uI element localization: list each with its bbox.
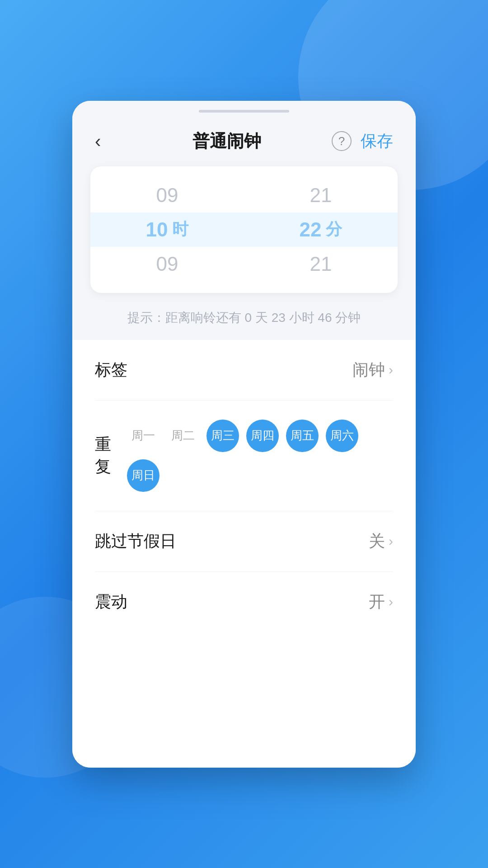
label-setting-item[interactable]: 标签 闹钟 › [95,340,393,401]
phone-card: ‹ 普通闹钟 ? 保存 09 10 时 09 [72,101,416,768]
minute-above: 21 [310,178,332,212]
save-button[interactable]: 保存 [361,130,393,152]
label-setting-label: 标签 [95,359,127,381]
time-picker[interactable]: 09 10 时 09 21 22 分 [90,175,398,284]
label-setting-value: 闹钟 › [352,359,393,381]
vibrate-setting-item[interactable]: 震动 开 › [95,572,393,632]
vibrate-chevron-icon: › [389,594,393,609]
day-pill-1[interactable]: 周二 [167,420,199,452]
holiday-chevron-icon: › [389,533,393,549]
holiday-setting-value: 关 › [369,530,393,552]
vibrate-setting-value: 开 › [369,591,393,613]
vibrate-setting-label: 震动 [95,591,127,613]
holiday-setting-label: 跳过节假日 [95,530,176,552]
minute-column[interactable]: 21 22 分 21 [244,175,398,284]
hour-column[interactable]: 09 10 时 09 [90,175,244,284]
settings-list: 标签 闹钟 › 重复 周一周二周三周四周五周六周日 跳过节假日 关 › 震动 开 [72,340,416,632]
back-button[interactable]: ‹ [95,131,122,151]
repeat-setting-item[interactable]: 重复 周一周二周三周四周五周六周日 [95,401,393,511]
hint-text: 提示：距离响铃还有 0 天 23 小时 46 分钟 [72,293,416,340]
phone-handle [72,101,416,119]
day-pill-0[interactable]: 周一 [127,420,160,452]
hour-below: 09 [156,247,178,281]
bottom-space [72,632,416,768]
repeat-days[interactable]: 周一周二周三周四周五周六周日 [127,420,393,492]
minute-below: 21 [310,247,332,281]
day-pill-2[interactable]: 周三 [206,420,239,452]
label-chevron-icon: › [389,362,393,377]
holiday-setting-item[interactable]: 跳过节假日 关 › [95,511,393,572]
time-picker-wrapper: 09 10 时 09 21 22 分 [90,166,398,293]
header: ‹ 普通闹钟 ? 保存 [72,119,416,166]
minute-selected-row: 22 分 [300,212,343,247]
handle-bar [199,110,289,113]
day-pill-5[interactable]: 周六 [326,420,358,452]
day-pill-3[interactable]: 周四 [246,420,279,452]
header-right: ? 保存 [332,130,393,152]
help-button[interactable]: ? [332,131,352,151]
repeat-setting-label: 重复 [95,434,127,478]
hour-selected-row: 10 时 [146,212,189,247]
hour-above: 09 [156,178,178,212]
page-title: 普通闹钟 [192,130,261,153]
day-pill-4[interactable]: 周五 [286,420,319,452]
day-pill-6[interactable]: 周日 [127,459,160,492]
